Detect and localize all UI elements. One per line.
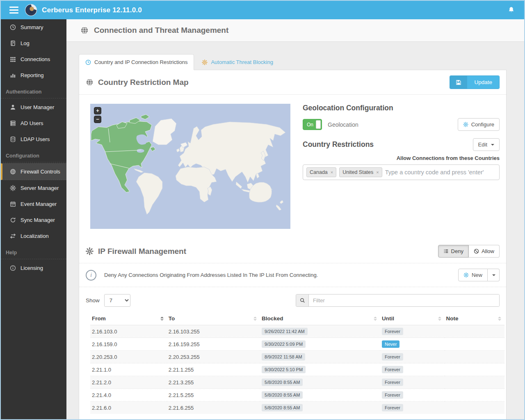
sidebar: Summary Log Connections Reporting Authen… <box>1 19 66 419</box>
edit-dropdown-button[interactable]: Edit <box>473 138 500 151</box>
sidebar-item-server-manager[interactable]: Server Manager <box>1 180 66 196</box>
search-icon <box>296 294 309 306</box>
sidebar-item-reporting[interactable]: Reporting <box>1 67 66 83</box>
sidebar-item-connections[interactable]: Connections <box>1 51 66 67</box>
column-header-note[interactable]: Note <box>445 312 504 325</box>
tag-label: Canada <box>310 169 328 175</box>
cell-from: 2.20.253.0 <box>90 351 167 363</box>
geolocation-config-panel: Geolocation Configuration On Geolocation… <box>303 104 500 229</box>
geolocation-label: Geolocation <box>328 121 358 128</box>
column-header-from[interactable]: From <box>90 312 167 325</box>
until-badge: Forever <box>382 379 403 386</box>
ban-icon <box>474 249 479 254</box>
sidebar-item-firewall-controls[interactable]: Firewall Controls <box>1 163 66 180</box>
sidebar-item-sync-manager[interactable]: Sync Manager <box>1 212 66 228</box>
toggle-state-label: On <box>307 122 313 128</box>
table-row[interactable]: 2.21.1.0 2.21.1.255 9/30/2022 5:10 PM Fo… <box>90 363 504 376</box>
globe-icon <box>80 26 89 34</box>
geolocation-toggle[interactable]: On <box>303 119 322 130</box>
cell-to: 2.20.253.255 <box>167 351 260 363</box>
country-tag-canada: Canada × <box>306 167 336 177</box>
sort-icon <box>498 317 501 321</box>
user-icon <box>10 104 16 110</box>
cerberus-logo <box>25 4 37 16</box>
sort-icon <box>374 317 377 321</box>
country-map-section-header: Country Restriction Map Update <box>79 70 506 94</box>
sidebar-section-configuration: Configuration <box>1 147 66 162</box>
caret-down-icon <box>492 274 495 276</box>
tab-automatic-threat-blocking[interactable]: Automatic Threat Blocking <box>196 55 279 70</box>
caret-down-icon <box>491 144 494 146</box>
sidebar-item-ldap-users[interactable]: LDAP Users <box>1 131 66 147</box>
country-restrictions-heading: Country Restrictions <box>303 140 374 149</box>
configure-button[interactable]: Configure <box>458 118 500 131</box>
sidebar-item-label: LDAP Users <box>21 136 50 142</box>
map-zoom-out-button[interactable]: − <box>94 116 101 123</box>
sidebar-divider <box>1 162 66 162</box>
notifications-bell-icon[interactable] <box>508 6 515 14</box>
world-map <box>90 104 290 229</box>
sidebar-item-event-manager[interactable]: Event Manager <box>1 196 66 212</box>
allow-button[interactable]: Allow <box>469 245 500 258</box>
deny-button[interactable]: Deny <box>438 245 469 258</box>
update-button[interactable]: Update <box>450 75 500 89</box>
table-row[interactable]: 2.16.103.0 2.16.103.255 9/26/2022 11:42 … <box>90 325 504 338</box>
main-area: Connection and Threat Management Country… <box>66 19 524 419</box>
table-row[interactable]: 2.21.2.0 2.21.3.255 5/8/2020 8:55 AM For… <box>90 376 504 389</box>
table-row[interactable]: 2.21.4.0 2.21.5.255 5/8/2020 8:55 AM For… <box>90 389 504 402</box>
sidebar-item-label: Licensing <box>21 265 43 271</box>
country-code-input[interactable] <box>385 169 496 176</box>
section-title: IP Firewall Management <box>98 247 186 256</box>
cell-note <box>445 351 504 363</box>
map-zoom-controls: + − <box>94 107 101 123</box>
ip-table-zone: From To Blocked Until Note 2.16.103.0 2.… <box>79 312 506 414</box>
list-icon <box>443 249 449 254</box>
deny-allow-toggle-group: Deny Allow <box>438 245 500 258</box>
geolocation-heading: Geolocation Configuration <box>303 104 500 112</box>
tab-country-ip-restrictions[interactable]: Country and IP Connection Restrictions <box>79 54 194 70</box>
sidebar-item-licensing[interactable]: Licensing <box>1 260 66 276</box>
blocked-timestamp-badge: 9/30/2022 5:09 PM <box>262 340 306 348</box>
country-restriction-map[interactable]: + − <box>90 104 290 229</box>
sidebar-item-log[interactable]: Log <box>1 35 66 51</box>
cell-note <box>445 389 504 402</box>
sidebar-item-summary[interactable]: Summary <box>1 19 66 35</box>
country-tag-input[interactable]: Canada × United States × <box>303 164 500 180</box>
update-button-label: Update <box>467 76 499 89</box>
column-header-until[interactable]: Until <box>380 312 445 325</box>
table-footer: Showing 1 to 7 of 9,473 entries Previous… <box>79 414 506 419</box>
new-button[interactable]: New <box>458 269 488 281</box>
show-label: Show <box>86 297 100 304</box>
clock-icon <box>85 59 91 65</box>
cell-from: 2.21.4.0 <box>90 389 167 402</box>
page-size-select[interactable]: 7 <box>104 294 130 307</box>
cell-to: 2.21.5.255 <box>167 389 260 402</box>
table-row[interactable]: 2.21.6.0 2.21.6.255 5/8/2020 8:55 AM For… <box>90 402 504 414</box>
column-header-blocked[interactable]: Blocked <box>260 312 380 325</box>
map-zoom-in-button[interactable]: + <box>94 107 101 114</box>
until-badge: Forever <box>382 328 403 335</box>
sidebar-item-localization[interactable]: Localization <box>1 228 66 244</box>
remove-tag-icon[interactable]: × <box>376 170 379 175</box>
sidebar-item-label: Localization <box>21 233 49 239</box>
until-badge-never: Never <box>382 340 399 348</box>
remove-tag-icon[interactable]: × <box>331 170 333 175</box>
sidebar-section-help: Help <box>1 244 66 259</box>
sidebar-item-ad-users[interactable]: AD Users <box>1 115 66 131</box>
column-header-to[interactable]: To <box>167 312 260 325</box>
new-dropdown-button[interactable] <box>488 269 500 281</box>
toggle-knob <box>316 120 321 129</box>
until-badge: Forever <box>382 353 403 361</box>
ip-firewall-section-header: IP Firewall Management Deny Allow <box>79 240 506 263</box>
hamburger-menu-icon[interactable] <box>9 7 18 14</box>
gear-icon <box>86 247 94 255</box>
tab-label: Country and IP Connection Restrictions <box>94 59 187 65</box>
filter-input[interactable] <box>309 294 499 306</box>
sidebar-divider <box>1 98 66 98</box>
globe-icon <box>86 78 94 86</box>
table-row[interactable]: 2.20.253.0 2.20.253.255 8/9/2022 11:58 A… <box>90 351 504 363</box>
sidebar-item-user-manager[interactable]: User Manager <box>1 99 66 115</box>
table-row[interactable]: 2.16.159.0 2.16.159.255 9/30/2022 5:09 P… <box>90 338 504 351</box>
clock-icon <box>10 24 16 30</box>
firewall-info-row: i Deny Any Connections Originating From … <box>79 263 506 287</box>
